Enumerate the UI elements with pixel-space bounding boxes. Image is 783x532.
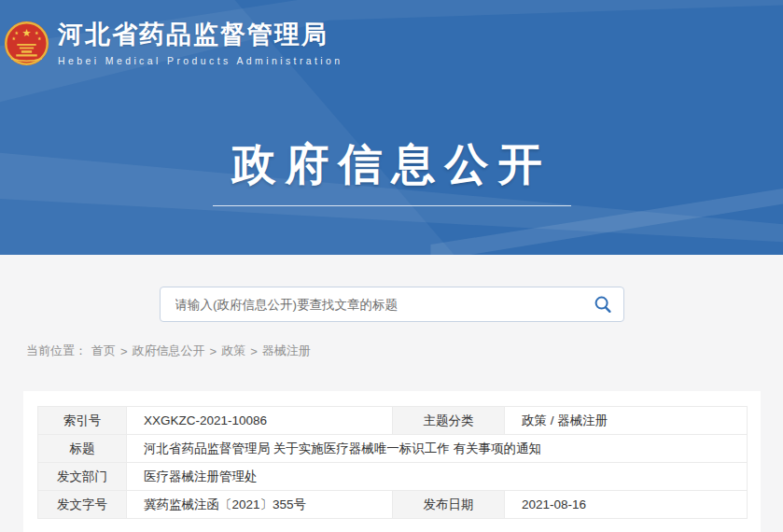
breadcrumb-separator: >	[250, 344, 258, 358]
issuing-department-value: 医疗器械注册管理处	[127, 463, 748, 491]
table-row: 发文字号 冀药监械注函〔2021〕355号 发布日期 2021-08-16	[38, 491, 748, 519]
content-area: 当前位置： 首页 > 政府信息公开 > 政策 > 器械注册 索引号 XXGKZC…	[0, 255, 783, 532]
document-info-card: 索引号 XXGKZC-2021-10086 主题分类 政策 / 器械注册 标题 …	[23, 391, 761, 532]
table-row: 发文部门 医疗器械注册管理处	[38, 463, 748, 491]
site-name-english: Hebei Medical Products Administration	[58, 55, 343, 66]
document-number-label: 发文字号	[38, 491, 127, 519]
breadcrumb-item-device-registration[interactable]: 器械注册	[262, 343, 311, 359]
svg-text:★: ★	[11, 35, 16, 41]
search-icon	[594, 295, 612, 314]
site-titles: 河北省药品监督管理局 Hebei Medical Products Admini…	[58, 21, 343, 65]
national-emblem-icon: ★ ★ ★ ★ ★	[4, 21, 49, 66]
search-input[interactable]	[161, 287, 582, 321]
index-number-label: 索引号	[38, 407, 127, 435]
table-row: 标题 河北省药品监督管理局 关于实施医疗器械唯一标识工作 有关事项的通知	[38, 435, 748, 463]
title-label: 标题	[38, 435, 127, 463]
breadcrumb-separator: >	[120, 344, 128, 358]
topic-category-value: 政策 / 器械注册	[505, 407, 748, 435]
hero-banner: ★ ★ ★ ★ ★ 河北省药品监督管理局 Hebei Medical Produ…	[0, 0, 783, 255]
title-value: 河北省药品监督管理局 关于实施医疗器械唯一标识工作 有关事项的通知	[127, 435, 748, 463]
publish-date-value: 2021-08-16	[505, 491, 748, 519]
svg-text:★: ★	[14, 30, 19, 35]
search-box	[160, 287, 624, 322]
publish-date-label: 发布日期	[393, 491, 505, 519]
search-button[interactable]	[582, 287, 623, 321]
issuing-department-label: 发文部门	[38, 463, 127, 491]
table-row: 索引号 XXGKZC-2021-10086 主题分类 政策 / 器械注册	[38, 407, 748, 435]
page-title: 政府信息公开	[232, 139, 552, 189]
svg-text:★: ★	[35, 30, 39, 35]
breadcrumb-separator: >	[210, 344, 217, 358]
breadcrumb-label: 当前位置：	[26, 343, 87, 359]
index-number-value: XXGKZC-2021-10086	[127, 407, 393, 435]
breadcrumb: 当前位置： 首页 > 政府信息公开 > 政策 > 器械注册	[26, 343, 783, 359]
breadcrumb-item-home[interactable]: 首页	[91, 343, 116, 359]
svg-text:★: ★	[37, 35, 42, 41]
document-info-table: 索引号 XXGKZC-2021-10086 主题分类 政策 / 器械注册 标题 …	[37, 406, 748, 519]
svg-text:★: ★	[21, 27, 31, 38]
site-name: 河北省药品监督管理局	[58, 21, 343, 49]
topic-category-label: 主题分类	[393, 407, 505, 435]
breadcrumb-item-policy[interactable]: 政策	[221, 343, 245, 359]
breadcrumb-item-gov-info[interactable]: 政府信息公开	[133, 343, 205, 359]
document-number-value: 冀药监械注函〔2021〕355号	[127, 491, 393, 519]
site-header: ★ ★ ★ ★ ★ 河北省药品监督管理局 Hebei Medical Produ…	[4, 21, 343, 66]
banner-divider	[213, 205, 571, 206]
